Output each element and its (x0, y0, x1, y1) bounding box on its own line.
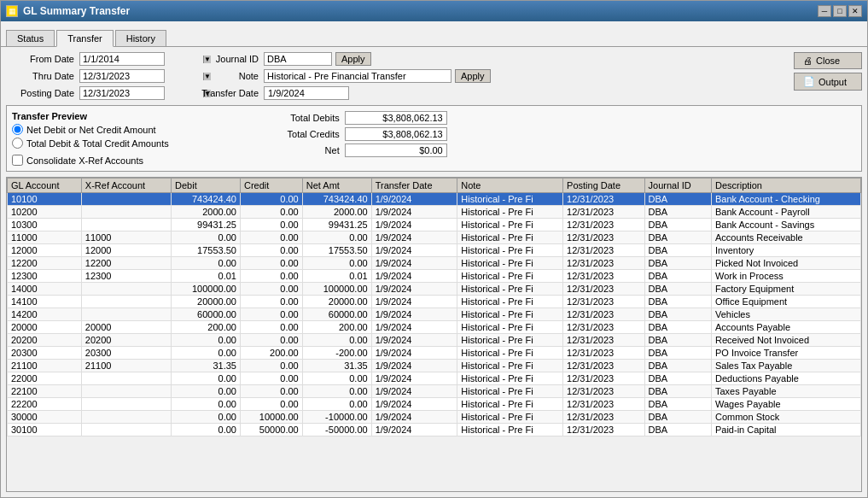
table-cell: Common Stock (711, 411, 860, 424)
table-cell: Sales Tax Payable (711, 360, 860, 372)
minimize-button[interactable]: ─ (818, 5, 831, 17)
from-date-row: From Date ▼ (6, 52, 165, 66)
table-cell: 12200 (81, 257, 171, 270)
col-description: Description (711, 179, 860, 193)
table-row[interactable]: 211002110031.350.0031.351/9/2024Historic… (8, 360, 861, 372)
table-cell (81, 206, 171, 219)
table-cell: DBA (644, 360, 711, 372)
table-row[interactable]: 300000.0010000.00-10000.001/9/2024Histor… (8, 411, 861, 424)
table-cell: 12300 (8, 270, 82, 283)
table-cell: 1/9/2024 (371, 244, 457, 257)
table-row[interactable]: 1420060000.000.0060000.001/9/2024Histori… (8, 308, 861, 321)
table-cell: 17553.50 (172, 244, 241, 257)
table-cell: 0.00 (172, 372, 241, 385)
table-row[interactable]: 1030099431.250.0099431.251/9/2024Histori… (8, 219, 861, 231)
table-cell (81, 398, 171, 411)
table-cell: 0.00 (302, 231, 371, 244)
table-cell: 31.35 (302, 360, 371, 372)
output-button[interactable]: 📄 Output (794, 73, 862, 91)
table-cell: Bank Account - Payroll (711, 206, 860, 219)
journal-id-field[interactable] (267, 54, 327, 64)
table-cell: 100000.00 (172, 283, 241, 296)
table-cell: 30100 (8, 424, 82, 436)
total-debits-value: $3,808,062.13 (345, 111, 447, 125)
tab-status[interactable]: Status (6, 30, 55, 46)
close-window-button[interactable]: ✕ (848, 5, 862, 17)
table-cell: 10300 (8, 219, 82, 231)
col-xref-account: X-Ref Account (81, 179, 171, 193)
table-cell (81, 296, 171, 308)
table-cell: Historical - Pre Fi (457, 206, 563, 219)
table-cell: 0.00 (240, 398, 302, 411)
table-cell: Inventory (711, 244, 860, 257)
table-cell: Deductions Payable (711, 372, 860, 385)
posting-date-input[interactable]: ▼ (79, 86, 165, 100)
maximize-button[interactable]: □ (833, 5, 847, 17)
table-row[interactable]: 1410020000.000.0020000.001/9/2024Histori… (8, 296, 861, 308)
table-row[interactable]: 120001200017553.500.0017553.501/9/2024Hi… (8, 244, 861, 257)
table-cell: 0.00 (172, 411, 241, 424)
table-cell: Bank Account - Savings (711, 219, 860, 231)
transfer-preview-section: Transfer Preview Net Debit or Net Credit… (6, 105, 862, 172)
tab-transfer[interactable]: Transfer (56, 30, 114, 47)
table-row[interactable]: 220000.000.000.001/9/2024Historical - Pr… (8, 372, 861, 385)
table-cell: 0.00 (240, 206, 302, 219)
table-cell: 0.00 (172, 347, 241, 360)
table-row[interactable]: 12300123000.010.000.011/9/2024Historical… (8, 270, 861, 283)
note-field[interactable] (267, 71, 446, 81)
table-cell: 21100 (8, 360, 82, 372)
table-row[interactable]: 221000.000.000.001/9/2024Historical - Pr… (8, 385, 861, 398)
table-cell: 12/31/2023 (563, 372, 644, 385)
preview-layout: Transfer Preview Net Debit or Net Credit… (12, 111, 856, 166)
table-cell: Vehicles (711, 308, 860, 321)
thru-date-input[interactable]: ▼ (79, 69, 165, 83)
data-table-container[interactable]: GL Account X-Ref Account Debit Credit Ne… (6, 177, 862, 492)
from-date-input[interactable]: ▼ (79, 52, 165, 66)
table-cell: 12/31/2023 (563, 411, 644, 424)
journal-id-apply-button[interactable]: Apply (335, 52, 371, 66)
table-row[interactable]: 20300203000.00200.00-200.001/9/2024Histo… (8, 347, 861, 360)
tab-history[interactable]: History (115, 30, 166, 46)
note-input[interactable] (264, 69, 451, 83)
table-cell: Historical - Pre Fi (457, 347, 563, 360)
table-cell: Accounts Payable (711, 321, 860, 334)
from-date-field[interactable] (80, 53, 203, 65)
gl-table: GL Account X-Ref Account Debit Credit Ne… (7, 178, 861, 436)
thru-date-field[interactable] (80, 70, 203, 82)
table-cell (81, 411, 171, 424)
table-row[interactable]: 10100743424.400.00743424.401/9/2024Histo… (8, 193, 861, 206)
table-cell: 2000.00 (172, 206, 241, 219)
table-row[interactable]: 102002000.000.002000.001/9/2024Historica… (8, 206, 861, 219)
table-row[interactable]: 12200122000.000.000.001/9/2024Historical… (8, 257, 861, 270)
close-button[interactable]: 🖨 Close (794, 52, 862, 69)
table-row[interactable]: 2000020000200.000.00200.001/9/2024Histor… (8, 321, 861, 334)
posting-date-label: Posting Date (6, 88, 74, 98)
table-cell: -50000.00 (302, 424, 371, 436)
table-cell: 20000 (81, 321, 171, 334)
consolidate-checkbox[interactable] (12, 155, 23, 166)
transfer-date-row: Transfer Date 1/9/2024 (190, 86, 491, 100)
posting-date-field[interactable] (80, 87, 203, 99)
table-cell: 12/31/2023 (563, 193, 644, 206)
table-cell: 22000 (8, 372, 82, 385)
table-row[interactable]: 11000110000.000.000.001/9/2024Historical… (8, 231, 861, 244)
col-transfer-date: Transfer Date (371, 179, 457, 193)
col-gl-account: GL Account (8, 179, 82, 193)
preview-right: Total Debits $3,808,062.13 Total Credits… (254, 111, 447, 157)
close-label: Close (816, 56, 840, 66)
journal-id-row: Journal ID Apply (190, 52, 491, 66)
note-apply-button[interactable]: Apply (455, 69, 491, 83)
table-cell: Historical - Pre Fi (457, 398, 563, 411)
table-row[interactable]: 222000.000.000.001/9/2024Historical - Pr… (8, 398, 861, 411)
radio-net-debit-input[interactable] (12, 124, 23, 135)
net-label: Net (254, 145, 340, 155)
table-cell: Historical - Pre Fi (457, 334, 563, 347)
table-cell: 12/31/2023 (563, 424, 644, 436)
table-row[interactable]: 20200202000.000.000.001/9/2024Historical… (8, 334, 861, 347)
table-row[interactable]: 14000100000.000.00100000.001/9/2024Histo… (8, 283, 861, 296)
consolidate-row: Consolidate X-Ref Accounts (12, 155, 169, 166)
table-cell: 10000.00 (240, 411, 302, 424)
journal-id-input[interactable] (264, 52, 332, 66)
table-row[interactable]: 301000.0050000.00-50000.001/9/2024Histor… (8, 424, 861, 436)
radio-total-debit-input[interactable] (12, 138, 23, 149)
